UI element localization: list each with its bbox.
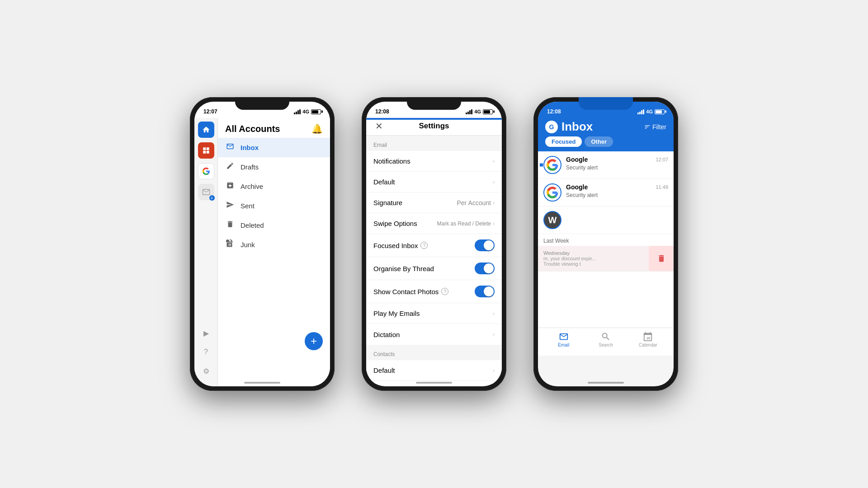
- bottom-nav-search[interactable]: Search: [585, 332, 627, 347]
- sidebar-home-icon[interactable]: [198, 122, 214, 138]
- email-sender-2: Google: [566, 183, 588, 191]
- status-icons-2: 4G: [466, 109, 493, 114]
- nav-item-deleted[interactable]: Deleted: [218, 216, 330, 235]
- screen-3: 12:08 4G: [538, 102, 674, 386]
- network-type-2: 4G: [474, 109, 481, 114]
- nav-label-inbox: Inbox: [241, 144, 259, 151]
- notch-2: [407, 97, 461, 110]
- swipe-delete-action[interactable]: [649, 246, 674, 271]
- contact-photos-toggle[interactable]: [475, 286, 495, 297]
- network-type-3: 4G: [646, 109, 653, 114]
- phone1-content: + ▶ ? ⚙ All Accounts 🔔: [194, 118, 330, 386]
- sidebar-office-icon[interactable]: [198, 142, 214, 159]
- nav-label-calendar: Calendar: [639, 343, 657, 347]
- dictation-value: ›: [493, 331, 495, 338]
- nav-label-search: Search: [599, 343, 613, 347]
- email-avatar-1: [543, 156, 561, 174]
- signal-icon-3: [637, 109, 644, 114]
- drafts-icon: [225, 162, 235, 172]
- settings-notifications-row[interactable]: Notifications ›: [366, 151, 502, 172]
- contacts-default-row[interactable]: Default ›: [366, 360, 502, 381]
- section-last-week: Last Week: [538, 234, 674, 246]
- email-content-2: Google 11:48 Security alert: [566, 183, 668, 199]
- wednesday-label: Wednesday: [543, 250, 570, 256]
- inbox-title: Inbox: [561, 120, 593, 134]
- settings-play-row[interactable]: Play My Emails ›: [366, 303, 502, 324]
- email-item-swiped: Wednesday m, your discount expir... Trou…: [538, 246, 674, 272]
- email-item-3[interactable]: W: [538, 206, 674, 234]
- contacts-default-value: ›: [493, 367, 495, 374]
- chevron-default: ›: [493, 179, 495, 185]
- play-value: ›: [493, 310, 495, 317]
- settings-title: Settings: [419, 122, 449, 131]
- email-time-1: 12:07: [656, 157, 668, 162]
- nav-label-junk: Junk: [241, 241, 255, 249]
- nav-label-archive: Archive: [241, 183, 263, 190]
- settings-signature-row[interactable]: Signature Per Account ›: [366, 192, 502, 213]
- nav-item-drafts[interactable]: Drafts: [218, 157, 330, 177]
- settings-default-row[interactable]: Default ›: [366, 172, 502, 192]
- email-sender-1: Google: [566, 156, 588, 163]
- email-item-2[interactable]: Google 11:48 Security alert: [538, 179, 674, 206]
- tab-other[interactable]: Other: [585, 136, 613, 147]
- nav-header: All Accounts 🔔: [218, 118, 330, 138]
- status-icons-3: 4G: [637, 109, 665, 114]
- battery-3: [655, 109, 665, 114]
- contacts-default-label: Default: [373, 366, 395, 374]
- inbox-filter-button[interactable]: Filter: [644, 123, 666, 131]
- chevron-play: ›: [493, 310, 495, 317]
- notifications-label: Notifications: [373, 157, 410, 165]
- svg-rect-2: [203, 151, 206, 154]
- help-icon-sidebar[interactable]: ?: [199, 345, 213, 359]
- organise-toggle[interactable]: [475, 263, 495, 274]
- focused-inbox-help-icon[interactable]: ?: [420, 242, 428, 249]
- chevron-notifications: ›: [493, 158, 495, 164]
- tab-focused[interactable]: Focused: [545, 136, 582, 147]
- alarm-icon[interactable]: 🔔: [311, 123, 323, 134]
- swipe-value: Mark as Read / Delete ›: [437, 221, 495, 227]
- email-avatar-3: W: [543, 211, 561, 229]
- bottom-nav-email[interactable]: Email: [542, 332, 585, 347]
- sidebar-google-icon[interactable]: [198, 163, 214, 179]
- focused-inbox-toggle[interactable]: [475, 239, 495, 251]
- email-item-1[interactable]: Google 12:07 Security alert: [538, 151, 674, 179]
- notch-3: [579, 97, 633, 110]
- nav-item-archive[interactable]: Archive: [218, 177, 330, 196]
- signature-label: Signature: [373, 199, 402, 206]
- play-icon[interactable]: ▶: [199, 326, 213, 340]
- calendar-nav-icon: 28: [643, 332, 653, 342]
- archive-icon: [225, 181, 235, 192]
- nav-header-title: All Accounts: [225, 124, 280, 134]
- contact-photos-help-icon[interactable]: ?: [441, 288, 448, 295]
- chevron-signature: ›: [493, 200, 495, 206]
- sidebar-icons: + ▶ ? ⚙: [194, 118, 218, 386]
- deleted-icon: [225, 220, 235, 230]
- nav-item-junk[interactable]: Junk: [218, 235, 330, 254]
- bottom-nav-calendar[interactable]: 28 Calendar: [627, 332, 669, 347]
- nav-item-inbox[interactable]: Inbox: [218, 138, 330, 157]
- network-type-1: 4G: [302, 109, 309, 114]
- settings-close-button[interactable]: ✕: [375, 121, 383, 131]
- home-indicator-3: [588, 382, 624, 384]
- nav-item-sent[interactable]: Sent: [218, 196, 330, 216]
- sent-icon: [225, 201, 235, 211]
- phone-3: 12:08 4G: [533, 97, 678, 391]
- nav-label-deleted: Deleted: [241, 221, 264, 229]
- settings-icon-sidebar[interactable]: ⚙: [199, 364, 213, 378]
- search-nav-icon: [601, 332, 611, 342]
- default-value: ›: [493, 179, 495, 185]
- compose-button[interactable]: +: [305, 332, 323, 350]
- settings-dictation-row[interactable]: Dictation ›: [366, 324, 502, 345]
- add-badge: +: [209, 195, 215, 201]
- settings-contact-photos-row[interactable]: Show Contact Photos ?: [366, 280, 502, 303]
- chevron-contacts-default: ›: [493, 367, 495, 374]
- email-nav-icon: [559, 332, 569, 342]
- tab-row: Focused Other: [545, 136, 666, 147]
- settings-focused-inbox-row[interactable]: Focused Inbox ?: [366, 234, 502, 257]
- settings-swipe-row[interactable]: Swipe Options Mark as Read / Delete ›: [366, 213, 502, 234]
- email-swiped-main[interactable]: Wednesday m, your discount expir... Trou…: [538, 246, 649, 271]
- chevron-dictation: ›: [493, 331, 495, 338]
- sidebar-add-account-icon[interactable]: +: [198, 184, 214, 200]
- settings-organise-row[interactable]: Organise By Thread: [366, 257, 502, 280]
- inbox-body: Google 12:07 Security alert: [538, 151, 674, 356]
